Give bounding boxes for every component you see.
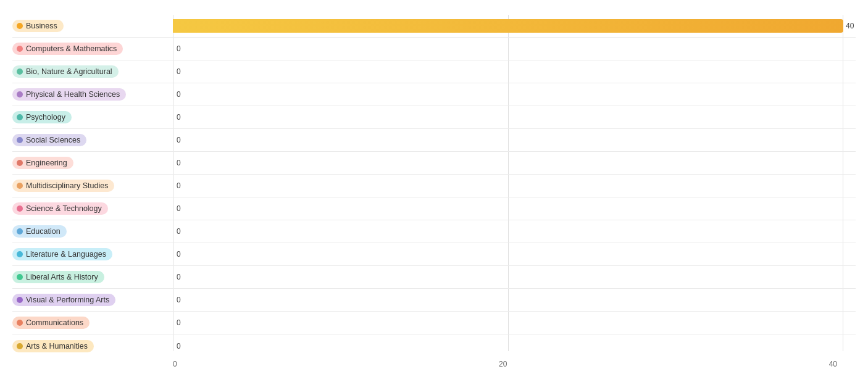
- bar-row-arts-humanities: Arts & Humanities0: [12, 334, 856, 357]
- label-area-liberal-arts: Liberal Arts & History: [12, 271, 173, 283]
- bar-row-computers-math: Computers & Mathematics0: [12, 38, 856, 60]
- bar-value-computers-math: 0: [177, 44, 181, 53]
- chart-area: Business40Computers & Mathematics0Bio, N…: [12, 15, 856, 368]
- bar-track-literature-lang: 0: [173, 247, 856, 261]
- label-area-education: Education: [12, 225, 173, 238]
- bar-row-visual-arts: Visual & Performing Arts0: [12, 289, 856, 312]
- bar-row-literature-lang: Literature & Languages0: [12, 243, 856, 266]
- bar-track-communications: 0: [173, 316, 856, 330]
- bar-row-social-sciences: Social Sciences0: [12, 129, 856, 152]
- bar-value-literature-lang: 0: [177, 250, 181, 259]
- bar-track-bio-nature: 0: [173, 65, 856, 78]
- label-area-engineering: Engineering: [12, 157, 173, 169]
- bar-value-social-sciences: 0: [177, 136, 181, 144]
- label-area-physical-health: Physical & Health Sciences: [12, 88, 173, 101]
- bar-value-multidisciplinary: 0: [177, 181, 181, 190]
- bar-track-physical-health: 0: [173, 88, 856, 101]
- x-tick-0: 0: [173, 360, 177, 368]
- bar-track-science-tech: 0: [173, 202, 856, 215]
- label-area-psychology: Psychology: [12, 111, 173, 123]
- bar-value-visual-arts: 0: [177, 296, 181, 304]
- label-pill-education: Education: [12, 225, 67, 238]
- bar-value-communications: 0: [177, 318, 181, 327]
- bar-value-education: 0: [177, 227, 181, 236]
- label-pill-science-tech: Science & Technology: [12, 202, 108, 215]
- label-pill-bio-nature: Bio, Nature & Agricultural: [12, 65, 119, 78]
- bar-track-multidisciplinary: 0: [173, 179, 856, 193]
- bar-value-business: 40: [846, 22, 854, 30]
- label-area-social-sciences: Social Sciences: [12, 134, 173, 146]
- bar-row-multidisciplinary: Multidisciplinary Studies0: [12, 175, 856, 197]
- bar-row-physical-health: Physical & Health Sciences0: [12, 83, 856, 106]
- label-pill-business: Business: [12, 20, 64, 32]
- label-area-computers-math: Computers & Mathematics: [12, 43, 173, 55]
- label-pill-computers-math: Computers & Mathematics: [12, 43, 123, 55]
- bar-value-physical-health: 0: [177, 90, 181, 99]
- bar-value-bio-nature: 0: [177, 67, 181, 76]
- label-area-visual-arts: Visual & Performing Arts: [12, 294, 173, 306]
- label-area-bio-nature: Bio, Nature & Agricultural: [12, 65, 173, 78]
- label-pill-psychology: Psychology: [12, 111, 72, 123]
- chart-container: Business40Computers & Mathematics0Bio, N…: [0, 0, 868, 390]
- bar-track-social-sciences: 0: [173, 133, 856, 147]
- bar-row-liberal-arts: Liberal Arts & History0: [12, 266, 856, 289]
- label-pill-visual-arts: Visual & Performing Arts: [12, 294, 115, 306]
- bar-fill-business: [173, 19, 843, 33]
- bar-row-science-tech: Science & Technology0: [12, 197, 856, 220]
- x-axis: 02040: [173, 360, 837, 368]
- bar-row-education: Education0: [12, 220, 856, 243]
- label-area-arts-humanities: Arts & Humanities: [12, 340, 173, 352]
- bar-value-engineering: 0: [177, 159, 181, 167]
- label-area-literature-lang: Literature & Languages: [12, 248, 173, 260]
- label-pill-arts-humanities: Arts & Humanities: [12, 340, 94, 352]
- bar-row-business: Business40: [12, 15, 856, 38]
- bar-track-engineering: 0: [173, 156, 856, 170]
- label-pill-communications: Communications: [12, 317, 90, 329]
- bar-track-liberal-arts: 0: [173, 270, 856, 284]
- bar-track-education: 0: [173, 225, 856, 238]
- bar-row-psychology: Psychology0: [12, 106, 856, 129]
- label-pill-multidisciplinary: Multidisciplinary Studies: [12, 180, 114, 192]
- bar-row-engineering: Engineering0: [12, 152, 856, 175]
- bar-value-liberal-arts: 0: [177, 273, 181, 281]
- label-pill-physical-health: Physical & Health Sciences: [12, 88, 126, 101]
- rows-wrapper: Business40Computers & Mathematics0Bio, N…: [12, 15, 856, 357]
- label-pill-engineering: Engineering: [12, 157, 73, 169]
- label-pill-literature-lang: Literature & Languages: [12, 248, 112, 260]
- label-pill-liberal-arts: Liberal Arts & History: [12, 271, 104, 283]
- label-area-business: Business: [12, 20, 173, 32]
- bar-track-arts-humanities: 0: [173, 339, 856, 353]
- bar-value-psychology: 0: [177, 113, 181, 122]
- bar-row-communications: Communications0: [12, 312, 856, 334]
- bar-track-business: 40: [173, 19, 856, 33]
- bar-value-science-tech: 0: [177, 204, 181, 213]
- bar-track-computers-math: 0: [173, 42, 856, 56]
- bar-value-arts-humanities: 0: [177, 342, 181, 351]
- x-tick-1: 20: [499, 360, 507, 368]
- label-area-communications: Communications: [12, 317, 173, 329]
- bar-track-visual-arts: 0: [173, 293, 856, 307]
- label-pill-social-sciences: Social Sciences: [12, 134, 86, 146]
- label-area-multidisciplinary: Multidisciplinary Studies: [12, 180, 173, 192]
- label-area-science-tech: Science & Technology: [12, 202, 173, 215]
- bar-track-psychology: 0: [173, 110, 856, 124]
- x-tick-2: 40: [829, 360, 837, 368]
- bar-row-bio-nature: Bio, Nature & Agricultural0: [12, 60, 856, 83]
